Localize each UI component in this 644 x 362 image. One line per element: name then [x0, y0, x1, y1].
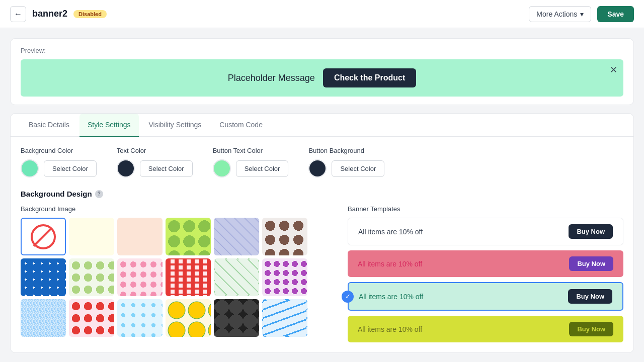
button-text-color-select-button[interactable]: Select Color — [236, 160, 289, 177]
tab-basic-details[interactable]: Basic Details — [21, 114, 77, 137]
button-bg-label: Button Background — [308, 147, 384, 154]
save-button[interactable]: Save — [597, 6, 634, 22]
text-color-label: Text Color — [117, 147, 193, 154]
image-drinks[interactable] — [214, 258, 259, 296]
banner-message: Placeholder Message — [228, 73, 315, 83]
image-scales[interactable] — [214, 299, 259, 337]
background-color-label: Background Color — [21, 147, 97, 154]
background-design-title: Background Design ? — [21, 190, 623, 198]
image-snowflakes[interactable] — [117, 299, 163, 337]
background-image-grid — [21, 218, 328, 337]
template-list: All items are 10% off Buy Now All items … — [348, 218, 623, 342]
color-settings-row: Background Color Select Color Text Color… — [21, 147, 623, 177]
image-ocean-waves[interactable] — [262, 299, 307, 337]
banner-templates-section: Banner Templates All items are 10% off B… — [348, 205, 623, 342]
template-selected-check: ✓ — [342, 291, 354, 303]
banner-templates-label: Banner Templates — [348, 205, 623, 213]
background-color-picker: Select Color — [21, 159, 97, 177]
template-pink-button[interactable]: Buy Now — [569, 256, 613, 271]
template-pink[interactable]: All items are 10% off Buy Now — [348, 250, 623, 277]
tabs-bar: Basic Details Style Settings Visibility … — [11, 114, 633, 137]
background-color-swatch — [21, 159, 39, 177]
text-color-picker: Select Color — [117, 159, 193, 177]
image-diamond[interactable] — [214, 218, 259, 255]
image-space[interactable] — [21, 258, 66, 296]
more-actions-button[interactable]: More Actions ▾ — [529, 6, 591, 22]
template-green[interactable]: ✓ All items are 10% off Buy Now — [348, 282, 623, 311]
image-lime[interactable] — [166, 218, 211, 255]
app-header: ← banner2 Disabled More Actions ▾ Save — [0, 0, 644, 28]
background-color-group: Background Color Select Color — [21, 147, 97, 177]
image-flowers[interactable] — [117, 258, 163, 296]
background-image-label: Background Image — [21, 205, 328, 213]
text-color-select-button[interactable]: Select Color — [140, 160, 193, 177]
main-content: Preview: Placeholder Message Check the P… — [0, 28, 644, 362]
button-bg-select-button[interactable]: Select Color — [332, 160, 384, 177]
image-none[interactable] — [21, 218, 66, 255]
template-white-text: All items are 10% off — [358, 228, 423, 236]
preview-label: Preview: — [21, 47, 623, 54]
image-purple-dots[interactable] — [262, 258, 307, 296]
button-text-color-picker: Select Color — [213, 159, 289, 177]
back-button[interactable]: ← — [10, 6, 26, 22]
button-text-color-group: Button Text Color Select Color — [213, 147, 289, 177]
chevron-down-icon: ▾ — [580, 10, 584, 18]
template-green-text: All items are 10% off — [359, 293, 423, 301]
text-color-group: Text Color Select Color — [117, 147, 193, 177]
template-yellow-button[interactable]: Buy Now — [569, 322, 613, 336]
template-green-button[interactable]: Buy Now — [568, 289, 612, 304]
image-circles[interactable] — [262, 218, 307, 255]
tab-custom-code[interactable]: Custom Code — [211, 114, 271, 137]
background-color-select-button[interactable]: Select Color — [44, 160, 97, 177]
settings-content: Background Color Select Color Text Color… — [11, 137, 633, 352]
background-image-section: Background Image — [21, 205, 328, 342]
page-title: banner2 — [32, 9, 67, 19]
status-badge: Disabled — [73, 10, 107, 18]
template-white[interactable]: All items are 10% off Buy Now — [348, 218, 623, 245]
image-tropical[interactable] — [166, 299, 211, 337]
image-items[interactable] — [69, 218, 114, 255]
button-text-color-label: Button Text Color — [213, 147, 289, 154]
button-bg-swatch — [308, 159, 327, 177]
text-color-swatch — [117, 159, 135, 177]
template-pink-text: All items are 10% off — [358, 260, 422, 268]
image-zigzag[interactable] — [166, 258, 211, 296]
settings-card: Basic Details Style Settings Visibility … — [10, 113, 634, 353]
banner-cta-button[interactable]: Check the Product — [323, 68, 416, 87]
image-faces[interactable] — [117, 218, 163, 255]
image-splat[interactable] — [69, 258, 114, 296]
button-text-color-swatch — [213, 159, 231, 177]
info-icon[interactable]: ? — [95, 190, 103, 198]
image-waves[interactable] — [21, 299, 66, 337]
button-bg-picker: Select Color — [308, 159, 384, 177]
template-white-button[interactable]: Buy Now — [569, 224, 613, 239]
template-yellow[interactable]: All items are 10% off Buy Now — [348, 316, 623, 342]
image-cherries[interactable] — [69, 299, 114, 337]
banner-preview: Placeholder Message Check the Product ✕ — [21, 59, 623, 97]
template-yellow-text: All items are 10% off — [358, 325, 422, 333]
banner-close-button[interactable]: ✕ — [610, 64, 617, 75]
more-actions-label: More Actions — [536, 10, 577, 18]
design-layout: Background Image — [21, 205, 623, 342]
button-bg-group: Button Background Select Color — [308, 147, 384, 177]
tab-style-settings[interactable]: Style Settings — [79, 114, 139, 137]
tab-visibility-settings[interactable]: Visibility Settings — [141, 114, 210, 137]
preview-card: Preview: Placeholder Message Check the P… — [10, 38, 634, 105]
